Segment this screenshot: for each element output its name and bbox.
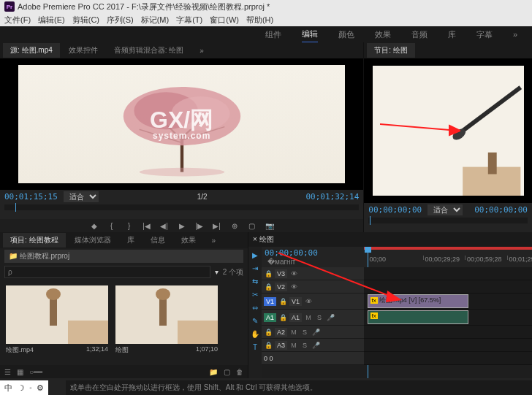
program-tab[interactable]: 节目: 绘图 xyxy=(367,43,415,58)
track-select-tool-icon[interactable]: ⇥ xyxy=(250,263,260,273)
project-tabs-more[interactable]: » xyxy=(205,234,224,247)
delete-icon[interactable]: 🗑 xyxy=(236,368,243,376)
overwrite-icon[interactable]: ▢ xyxy=(246,220,258,231)
export-frame-icon[interactable]: 📷 xyxy=(264,220,276,231)
solo-icon[interactable]: S xyxy=(300,342,309,349)
insert-icon[interactable]: ⊕ xyxy=(229,220,240,231)
project-search-input[interactable] xyxy=(4,266,210,278)
info-tab[interactable]: 信息 xyxy=(143,233,172,248)
ws-tab-more[interactable]: » xyxy=(513,30,517,39)
track-label[interactable]: V3 xyxy=(275,269,287,278)
video-clip[interactable]: fx绘图.mp4 [V] [67.5%] xyxy=(368,294,468,308)
razor-tool-icon[interactable]: ✂ xyxy=(250,289,260,299)
step-back-icon[interactable]: ◀| xyxy=(159,220,170,231)
lock-icon[interactable]: 🔒 xyxy=(264,329,273,336)
menu-window[interactable]: 窗口(W) xyxy=(210,15,239,26)
track-lane[interactable]: fx绘图.mp4 [V] [67.5%] xyxy=(364,294,532,310)
play-icon[interactable]: ▶ xyxy=(176,220,188,231)
solo-icon[interactable]: S xyxy=(300,329,309,336)
track-lane[interactable]: fx xyxy=(364,310,532,326)
project-file-path[interactable]: 📁 绘图教程.prproj xyxy=(4,250,243,263)
source-patch-v1[interactable]: V1 xyxy=(264,297,276,306)
track-label[interactable]: A2 xyxy=(275,328,287,337)
list-view-icon[interactable]: ☰ xyxy=(4,368,11,376)
ime-bar[interactable]: 中 ☽ • ⚙ xyxy=(0,380,48,395)
program-in-timecode[interactable]: 00;00;00;00 xyxy=(368,205,422,215)
ime-mode-icon[interactable]: ☽ xyxy=(16,383,26,393)
mute-icon[interactable]: M xyxy=(289,342,298,349)
in-point-icon[interactable]: { xyxy=(106,220,118,231)
project-item[interactable]: 绘图.mp41;32;14 xyxy=(6,285,108,359)
menu-file[interactable]: 文件(F) xyxy=(4,15,31,26)
voice-icon[interactable]: 🎤 xyxy=(311,342,320,349)
menu-edit[interactable]: 编辑(E) xyxy=(38,15,65,26)
media-browser-tab[interactable]: 媒体浏览器 xyxy=(67,233,118,248)
voice-icon[interactable]: 🎤 xyxy=(326,314,335,321)
new-item-icon[interactable]: ▢ xyxy=(224,368,230,376)
libraries-tab[interactable]: 库 xyxy=(120,233,142,248)
ws-tab-library[interactable]: 库 xyxy=(448,27,456,42)
go-to-in-icon[interactable]: |◀ xyxy=(141,220,153,231)
out-point-icon[interactable]: } xyxy=(123,220,135,231)
track-lane[interactable] xyxy=(364,267,532,280)
solo-icon[interactable]: S xyxy=(315,314,324,321)
menu-help[interactable]: 帮助(H) xyxy=(246,15,273,26)
timeline-zoom-scrollbar[interactable] xyxy=(364,352,532,365)
project-item[interactable]: 绘图1;07;10 xyxy=(115,285,218,359)
hand-tool-icon[interactable]: ✋ xyxy=(250,329,260,339)
slip-tool-icon[interactable]: ⇔ xyxy=(250,302,260,312)
toggle-output-icon[interactable]: 👁 xyxy=(304,298,313,305)
menu-clip[interactable]: 剪辑(C) xyxy=(72,15,99,26)
new-bin-icon[interactable]: 📁 xyxy=(209,368,218,376)
icon-view-icon[interactable]: ▦ xyxy=(17,368,23,376)
ws-tab-editing[interactable]: 编辑 xyxy=(302,26,318,43)
marker-icon[interactable]: ◆ xyxy=(88,220,100,231)
source-in-timecode[interactable]: 00;01;15;15 xyxy=(4,192,58,202)
timeline-ruler[interactable]: 00;00 00;00;29;29 00;00;59;28 00;01;29;2… xyxy=(364,247,532,267)
source-video-viewport[interactable]: GX/网 system.com xyxy=(0,58,363,190)
audio-mixer-tab[interactable]: 音频剪辑混合器: 绘图 xyxy=(107,43,191,58)
lock-icon[interactable]: 🔒 xyxy=(264,342,273,349)
lock-icon[interactable]: 🔒 xyxy=(278,298,287,305)
source-zoom-level[interactable]: 1/2 xyxy=(197,193,208,201)
track-lane[interactable] xyxy=(364,326,532,339)
effects-tab[interactable]: 效果 xyxy=(174,233,203,248)
ime-settings-icon[interactable]: ⚙ xyxy=(35,383,45,393)
source-patch-a1[interactable]: A1 xyxy=(264,313,276,322)
mute-icon[interactable]: M xyxy=(304,314,313,321)
source-scrub-bar[interactable] xyxy=(4,204,359,210)
source-tabs-more[interactable]: » xyxy=(192,45,211,57)
ripple-tool-icon[interactable]: ⇆ xyxy=(250,276,260,286)
toggle-output-icon[interactable]: 👁 xyxy=(289,283,298,291)
menu-marker[interactable]: 标记(M) xyxy=(141,15,170,26)
program-out-timecode[interactable]: 00;00;00;00 xyxy=(474,205,528,215)
timeline-playhead-timecode[interactable]: 00;00;00;00 xyxy=(265,248,361,258)
source-tab[interactable]: 源: 绘图.mp4 xyxy=(3,43,60,58)
sequence-tab[interactable]: × 绘图 xyxy=(253,234,274,245)
ws-tab-audio[interactable]: 音频 xyxy=(411,27,428,42)
pen-tool-icon[interactable]: ✎ xyxy=(250,315,260,326)
source-out-timecode[interactable]: 00;01;32;14 xyxy=(305,192,359,202)
toggle-output-icon[interactable]: 👁 xyxy=(289,270,298,277)
lock-icon[interactable]: 🔒 xyxy=(264,270,273,277)
ws-tab-titles[interactable]: 字幕 xyxy=(476,27,493,42)
ws-tab-color[interactable]: 颜色 xyxy=(338,27,354,42)
lock-icon[interactable]: 🔒 xyxy=(264,283,273,291)
program-video-viewport[interactable] xyxy=(364,58,532,203)
program-scrub-bar[interactable] xyxy=(368,218,528,223)
track-label[interactable]: A1 xyxy=(289,313,302,322)
zoom-slider[interactable]: ○━━ xyxy=(29,368,42,376)
step-fwd-icon[interactable]: |▶ xyxy=(194,220,205,231)
project-tab[interactable]: 项目: 绘图教程 xyxy=(3,233,66,248)
program-fit-dropdown[interactable]: 适合 xyxy=(428,204,463,215)
lock-icon[interactable]: 🔒 xyxy=(278,314,287,321)
ime-lang-icon[interactable]: 中 xyxy=(3,383,13,393)
ws-tab-assembly[interactable]: 组件 xyxy=(265,27,281,42)
track-label[interactable]: A3 xyxy=(275,341,287,350)
search-dropdown-icon[interactable]: ▾ xyxy=(215,268,218,276)
track-label[interactable]: V2 xyxy=(275,283,287,291)
type-tool-icon[interactable]: T xyxy=(250,342,260,352)
voice-icon[interactable]: 🎤 xyxy=(311,329,320,336)
track-lane[interactable] xyxy=(364,280,532,294)
menu-sequence[interactable]: 序列(S) xyxy=(107,15,134,26)
